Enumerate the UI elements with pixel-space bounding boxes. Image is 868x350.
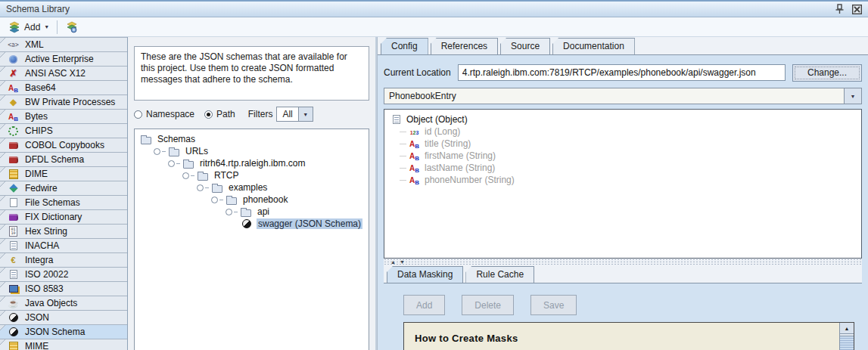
gold-stack-icon bbox=[7, 341, 20, 350]
sidebar-item-ansi-asc-x12[interactable]: ✗ANSI ASC X12 bbox=[0, 66, 127, 80]
schema-tree-node-schemas[interactable]: Schemas bbox=[135, 133, 369, 145]
sidebar-item-chips[interactable]: CHIPS bbox=[0, 123, 127, 138]
tab-source[interactable]: Source bbox=[500, 38, 550, 54]
namespace-radio[interactable] bbox=[134, 110, 142, 119]
schema-tree-node-phonebook[interactable]: phonebook bbox=[135, 194, 369, 206]
filters-label: Filters bbox=[248, 109, 273, 119]
change-location-button[interactable]: Change... bbox=[792, 64, 862, 82]
add-button[interactable]: Add ▼ bbox=[4, 20, 53, 34]
purple-book-icon bbox=[7, 212, 20, 222]
tree-expand-handle-icon[interactable] bbox=[182, 172, 189, 179]
schema-tree: SchemasURLsritrh64.rtp.raleigh.ibm.comRT… bbox=[134, 129, 369, 350]
schema-tree-node-swagger-json-schema[interactable]: swagger (JSON Schema) bbox=[135, 218, 369, 230]
manage-schemas-button[interactable] bbox=[61, 20, 82, 34]
tree-connector bbox=[162, 151, 166, 152]
sidebar-item-integra[interactable]: €Integra bbox=[0, 252, 127, 267]
sidebar-item-active-enterprise[interactable]: Active Enterprise bbox=[0, 51, 127, 66]
sidebar-item-json-schema[interactable]: JSON Schema bbox=[0, 324, 127, 339]
object-tree-node-object-object[interactable]: Object (Object) bbox=[390, 113, 861, 125]
tree-expand-handle-icon[interactable] bbox=[154, 148, 160, 155]
sidebar-item-file-schemas[interactable]: File Schemas bbox=[0, 195, 127, 209]
sidebar-item-mime[interactable]: MIME bbox=[0, 339, 127, 350]
sidebar-item-label: Fedwire bbox=[25, 183, 58, 194]
add-dropdown-caret-icon[interactable]: ▼ bbox=[44, 24, 49, 29]
schema-type-list: <a>XMLActive Enterprise✗ANSI ASC X12ABBa… bbox=[0, 37, 128, 350]
sidebar-item-label: FIX Dictionary bbox=[25, 212, 82, 222]
folder-icon bbox=[182, 158, 194, 169]
tree-connector bbox=[205, 187, 209, 188]
sidebar-item-fedwire[interactable]: Fedwire bbox=[0, 181, 127, 195]
filters-dropdown-arrow-icon[interactable]: ▼ bbox=[299, 107, 313, 122]
object-tree-node-phonenumber-string[interactable]: ABphoneNumber (String) bbox=[400, 174, 861, 186]
add-mask-button[interactable]: Add bbox=[403, 295, 445, 315]
sidebar-item-dfdl-schema[interactable]: DFDL Schema bbox=[0, 152, 127, 166]
sidebar-item-json[interactable]: JSON bbox=[0, 310, 127, 324]
sidebar-item-bytes[interactable]: ABBytes bbox=[0, 109, 127, 123]
schema-tree-node-ritrh64-rtp-raleigh-ibm-com[interactable]: ritrh64.rtp.raleigh.ibm.com bbox=[135, 157, 369, 169]
sidebar-item-inacha[interactable]: INACHA bbox=[0, 238, 127, 252]
red-book-icon bbox=[7, 140, 20, 150]
pin-icon[interactable] bbox=[835, 4, 845, 14]
scroll-up-arrow-icon[interactable]: ▲ bbox=[840, 323, 854, 334]
schema-tree-node-api[interactable]: api bbox=[135, 206, 369, 218]
delete-mask-button[interactable]: Delete bbox=[462, 295, 514, 315]
object-tree-node-title-string[interactable]: ABtitle (String) bbox=[400, 138, 861, 150]
current-location-field[interactable] bbox=[458, 64, 786, 81]
tree-connector bbox=[176, 163, 180, 164]
path-radio[interactable] bbox=[204, 110, 213, 119]
window-body: <a>XMLActive Enterprise✗ANSI ASC X12ABBa… bbox=[0, 37, 868, 350]
sidebar-item-cobol-copybooks[interactable]: COBOL Copybooks bbox=[0, 138, 127, 152]
tree-expand-handle-icon[interactable] bbox=[197, 184, 204, 191]
object-tree-node-firstname-string[interactable]: ABfirstName (String) bbox=[400, 150, 861, 162]
schema-tree-node-examples[interactable]: examples bbox=[135, 181, 369, 194]
tree-expand-handle-icon[interactable] bbox=[168, 160, 175, 167]
add-button-label: Add bbox=[24, 22, 40, 33]
close-icon[interactable] bbox=[852, 5, 862, 14]
horizontal-splitter[interactable]: ▲ ▼ bbox=[384, 259, 862, 265]
sidebar-item-iso-8583[interactable]: ISO 8583 bbox=[0, 281, 127, 296]
sidebar-item-iso-20022[interactable]: ISO 20022 bbox=[0, 267, 127, 281]
sidebar-item-dime[interactable]: DIME bbox=[0, 166, 127, 181]
sidebar-item-xml[interactable]: <a>XML bbox=[0, 37, 127, 51]
number-123-icon: 123 bbox=[408, 126, 421, 137]
letters-ab-icon: AB bbox=[408, 163, 421, 173]
splitter-collapse-down-icon[interactable]: ▼ bbox=[400, 259, 405, 265]
tree-expand-handle-icon[interactable] bbox=[226, 209, 232, 215]
tab-documentation[interactable]: Documentation bbox=[552, 38, 635, 54]
tree-node-label: RTCP bbox=[213, 170, 240, 181]
gold-shape-icon: ◆ bbox=[7, 97, 20, 107]
data-masking-tab-content: AddDeleteSave How to Create Masks ▲ bbox=[384, 283, 862, 350]
sidebar-item-hex-string[interactable]: 0110Hex String bbox=[0, 224, 127, 238]
entry-dropdown[interactable]: PhonebookEntry ▼ bbox=[384, 88, 862, 104]
toolbar-separator bbox=[57, 20, 58, 34]
tree-expand-handle-icon[interactable] bbox=[211, 197, 218, 203]
entry-dropdown-arrow-icon[interactable]: ▼ bbox=[845, 88, 862, 104]
window-title: Schema Library bbox=[6, 4, 827, 14]
tree-connector bbox=[234, 212, 238, 212]
schema-tree-node-rtcp[interactable]: RTCP bbox=[135, 169, 369, 181]
tab-config[interactable]: Config bbox=[381, 38, 428, 54]
sidebar-item-fix-dictionary[interactable]: FIX Dictionary bbox=[0, 209, 127, 224]
tab-data-masking[interactable]: Data Masking bbox=[387, 266, 463, 283]
help-scrollbar[interactable]: ▲ bbox=[839, 323, 854, 350]
save-mask-button[interactable]: Save bbox=[530, 295, 577, 315]
sidebar-item-bw-private-processes[interactable]: ◆BW Private Processes bbox=[0, 94, 127, 109]
entry-dropdown-value: PhonebookEntry bbox=[384, 88, 845, 104]
tab-rule-cache[interactable]: Rule Cache bbox=[465, 266, 534, 283]
sidebar-item-base64[interactable]: ABBase64 bbox=[0, 80, 127, 94]
sidebar-item-java-objects[interactable]: ☕Java Objects bbox=[0, 296, 127, 310]
object-tree-node-id-long[interactable]: 123id (Long) bbox=[400, 125, 861, 138]
object-tree-node-lastname-string[interactable]: ABlastName (String) bbox=[400, 162, 861, 174]
letters-ab-icon: AB bbox=[7, 111, 20, 122]
scrollbar-thumb[interactable] bbox=[840, 336, 854, 350]
description-box: These are the JSON schemas that are avai… bbox=[134, 46, 369, 101]
filters-dropdown[interactable]: All ▼ bbox=[276, 107, 313, 122]
tab-references[interactable]: References bbox=[431, 38, 498, 54]
path-radio-label: Path bbox=[216, 109, 235, 119]
schema-tree-node-urls[interactable]: URLs bbox=[135, 145, 369, 157]
splitter-collapse-up-icon[interactable]: ▲ bbox=[390, 259, 396, 265]
sidebar-item-label: MIME bbox=[25, 341, 48, 350]
document-lines-icon bbox=[390, 114, 403, 125]
xml-tag-icon: <a> bbox=[7, 39, 20, 50]
red-x-icon: ✗ bbox=[7, 68, 20, 79]
